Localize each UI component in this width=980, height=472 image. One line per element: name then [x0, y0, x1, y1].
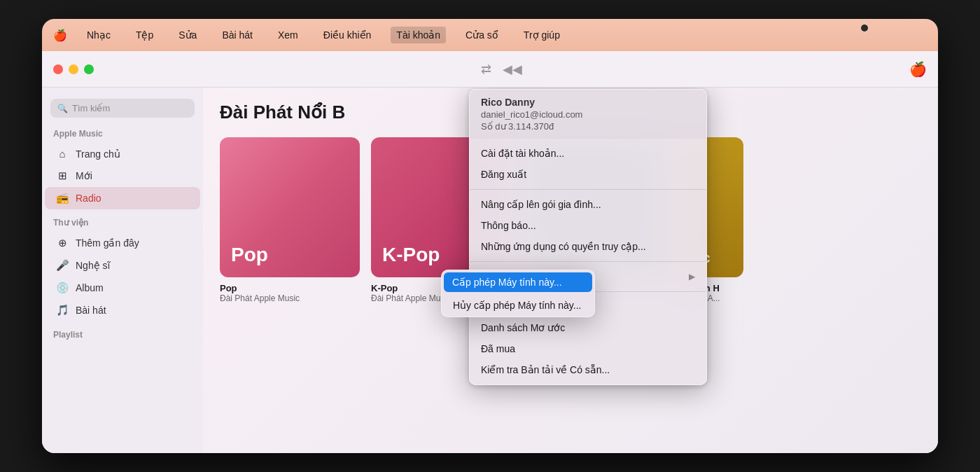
menu-xem[interactable]: Xem [272, 27, 304, 43]
search-input[interactable]: Tìm kiếm [72, 103, 110, 113]
dropdown-overlay: Rico Danny daniel_rico1@icloud.com Số dư… [203, 88, 938, 453]
menu-balance: Số dư 3.114.370đ [481, 121, 695, 132]
home-icon: ⌂ [56, 148, 69, 160]
dropdown-menu: Rico Danny daniel_rico1@icloud.com Số dư… [469, 89, 707, 385]
playback-controls: ⇄ ◀◀ [102, 62, 901, 77]
sidebar-songs-label: Bài hát [76, 305, 106, 316]
apple-menu-icon[interactable]: 🍎 [53, 29, 67, 42]
minimize-button[interactable] [69, 64, 78, 74]
menu-taikhoan[interactable]: Tài khoản [391, 27, 446, 43]
traffic-lights [53, 64, 94, 74]
content-area: Đài Phát Nổi B Pop Pop Đài Phát Apple Mu… [203, 88, 938, 453]
menu-purchased-label: Đã mua [481, 343, 515, 354]
menu-notifications-label: Thông báo... [481, 220, 536, 231]
menu-wishlist-label: Danh sách Mơ ước [481, 322, 565, 333]
sub-dropdown: Cấp phép Máy tính này... Hủy cấp phép Má… [441, 270, 595, 317]
sub-authorize-label: Cấp phép Máy tính này... [452, 277, 562, 288]
title-bar: ⇄ ◀◀ 🍎 [42, 51, 938, 88]
menu-settings-label: Cài đặt tài khoản... [481, 148, 564, 159]
menu-item-wishlist[interactable]: Danh sách Mơ ước [470, 317, 706, 338]
menu-logout-label: Đăng xuất [481, 169, 526, 180]
album-icon: 💿 [56, 282, 69, 294]
main-content: 🔍 Tìm kiếm Apple Music ⌂ Trang chủ ⊞ Mới… [42, 88, 938, 453]
sidebar-item-songs[interactable]: 🎵 Bài hát [45, 299, 200, 321]
close-button[interactable] [53, 64, 63, 74]
search-box[interactable]: 🔍 Tìm kiếm [50, 99, 195, 118]
menu-item-permissions[interactable]: Những ứng dụng có quyền truy cập... [470, 236, 706, 257]
menu-item-purchased[interactable]: Đã mua [470, 338, 706, 359]
apple-music-label: Apple Music [42, 129, 203, 139]
sidebar-home-label: Trang chủ [76, 148, 120, 160]
rewind-button[interactable]: ◀◀ [503, 62, 522, 77]
sidebar-new-label: Mới [76, 170, 92, 181]
sidebar-radio-label: Radio [76, 193, 102, 204]
playlist-label: Playlist [42, 330, 203, 340]
sidebar-albums-label: Album [76, 282, 104, 293]
submenu-arrow-icon: ▶ [689, 272, 695, 282]
menu-check-downloads-label: Kiểm tra Bản tải về Có sẵn... [481, 364, 610, 375]
menu-upgrade-label: Nâng cấp lên gói gia đình... [481, 199, 601, 210]
menu-trogiup[interactable]: Trợ giúp [518, 27, 566, 43]
sidebar-artists-label: Nghệ sĩ [76, 260, 110, 271]
menu-permissions-label: Những ứng dụng có quyền truy cập... [481, 241, 646, 252]
menu-item-notifications[interactable]: Thông báo... [470, 215, 706, 236]
menu-user-section: Rico Danny daniel_rico1@icloud.com Số dư… [470, 90, 706, 139]
sidebar-item-albums[interactable]: 💿 Album [45, 277, 200, 299]
sidebar: 🔍 Tìm kiếm Apple Music ⌂ Trang chủ ⊞ Mới… [42, 88, 203, 453]
sidebar-item-new[interactable]: ⊞ Mới [45, 165, 200, 187]
sidebar-item-recent[interactable]: ⊕ Thêm gần đây [45, 232, 200, 254]
menu-section-1: Cài đặt tài khoản... Đăng xuất [470, 139, 706, 189]
search-icon: 🔍 [57, 104, 68, 113]
menu-item-check-downloads[interactable]: Kiểm tra Bản tải về Có sẵn... [470, 359, 706, 380]
shuffle-button[interactable]: ⇄ [481, 62, 491, 77]
artist-icon: 🎤 [56, 259, 69, 272]
menu-section-2: Nâng cấp lên gói gia đình... Thông báo..… [470, 189, 706, 261]
app-window: ⇄ ◀◀ 🍎 🔍 Tìm kiếm Apple Music ⌂ Trang ch… [42, 51, 938, 453]
library-label: Thư viện [42, 218, 203, 228]
menu-tep[interactable]: Tệp [130, 27, 159, 43]
playlist-section: Playlist [42, 330, 203, 340]
recent-icon: ⊕ [56, 237, 69, 249]
sidebar-item-home[interactable]: ⌂ Trang chủ [45, 143, 200, 165]
menu-item-logout[interactable]: Đăng xuất [470, 164, 706, 185]
menu-email: daniel_rico1@icloud.com [481, 109, 695, 120]
apple-music-section: Apple Music ⌂ Trang chủ ⊞ Mới 📻 Radio [42, 129, 203, 209]
menu-dieukien[interactable]: Điều khiển [318, 27, 377, 43]
menu-cuaso[interactable]: Cửa sổ [460, 27, 504, 43]
sidebar-item-artists[interactable]: 🎤 Nghệ sĩ [45, 254, 200, 277]
menu-item-upgrade[interactable]: Nâng cấp lên gói gia đình... [470, 194, 706, 215]
maximize-button[interactable] [84, 64, 94, 74]
new-icon: ⊞ [56, 169, 69, 182]
menu-sua[interactable]: Sửa [173, 27, 202, 43]
radio-icon: 📻 [56, 192, 69, 204]
menu-baihat[interactable]: Bài hát [216, 27, 258, 43]
menu-bar: 🍎 Nhạc Tệp Sửa Bài hát Xem Điều khiển Tà… [42, 19, 938, 51]
sidebar-recent-label: Thêm gần đây [76, 237, 139, 249]
menu-item-settings[interactable]: Cài đặt tài khoản... [470, 143, 706, 164]
webcam [861, 25, 868, 32]
song-icon: 🎵 [56, 304, 69, 317]
sub-menu-item-deauthorize-this[interactable]: Hủy cấp phép Máy tính này... [442, 294, 594, 317]
sidebar-item-radio[interactable]: 📻 Radio [45, 187, 200, 209]
library-section: Thư viện ⊕ Thêm gần đây 🎤 Nghệ sĩ 💿 Albu… [42, 218, 203, 321]
menu-username: Rico Danny [481, 97, 695, 108]
sub-menu-item-authorize-this[interactable]: Cấp phép Máy tính này... [444, 272, 592, 292]
menu-nhac[interactable]: Nhạc [81, 27, 116, 43]
sub-deauthorize-label: Hủy cấp phép Máy tính này... [453, 300, 582, 311]
apple-logo-right: 🍎 [909, 61, 927, 78]
